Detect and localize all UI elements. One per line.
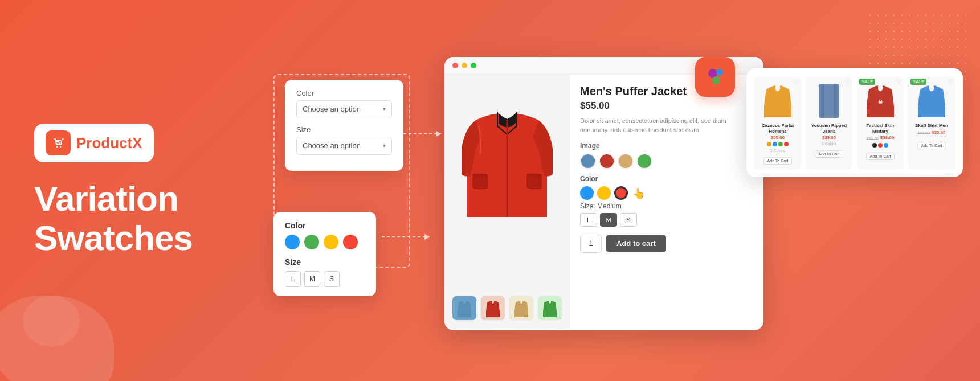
grid-swatch[interactable] <box>878 143 883 148</box>
dropdown-card: Color Choose an option ▾ Size Choose an … <box>285 80 403 171</box>
grid-atc-2[interactable]: Add To Cart <box>815 150 844 158</box>
product-grid: ♡ Cazacos Parka Homens $55.00 2 Colors A… <box>754 76 955 169</box>
add-to-cart-row: 1 Add to cart <box>580 235 753 253</box>
window-minimize-dot <box>462 63 467 68</box>
left-section: ProductX Variation Swatches <box>34 124 239 257</box>
size-S[interactable]: S <box>324 271 340 287</box>
swatch-card: Color Size L M S <box>273 212 376 296</box>
thumb-green[interactable] <box>537 296 562 321</box>
grid-swatch[interactable] <box>784 142 789 146</box>
wishlist-icon-2[interactable]: ♡ <box>845 79 850 85</box>
product-description: Dolor sit amet, consectetuer adipiscing … <box>580 116 753 135</box>
svg-point-1 <box>56 146 58 148</box>
product-image-col <box>444 75 570 329</box>
hero-title-line1: Variation <box>34 179 239 218</box>
svg-text:☠: ☠ <box>878 99 883 105</box>
product-color-yellow[interactable] <box>597 186 611 200</box>
size-S-btn[interactable]: S <box>620 213 637 227</box>
color-swatch-row: 👆 <box>580 186 753 200</box>
svg-marker-12 <box>713 142 721 151</box>
hero-title: Variation Swatches <box>34 179 239 257</box>
size-select-value: Choose an option <box>303 141 361 150</box>
logo-brand-normal: Product <box>76 134 132 151</box>
chevron-down-icon-2: ▾ <box>383 142 386 149</box>
window-close-dot <box>452 63 458 68</box>
grid-swatch[interactable] <box>884 143 888 148</box>
logo-brand-accent: X <box>132 134 142 151</box>
grid-item-2: ♡ Yosusen Ripped Jeans $29.00 2 Colors A… <box>806 76 852 169</box>
grid-item-image-4 <box>914 81 949 121</box>
product-card: Men's Puffer Jacket $55.00 Dolor sit ame… <box>444 57 763 330</box>
grid-item-name-2: Yosusen Ripped Jeans <box>809 123 849 134</box>
svg-point-10 <box>712 76 720 84</box>
img-swatch-blue[interactable] <box>580 153 596 169</box>
grid-swatch[interactable] <box>872 143 877 148</box>
grid-item-name-3: Tactical Skin Military <box>860 123 900 134</box>
svg-rect-15 <box>834 84 837 118</box>
grid-atc-4[interactable]: Add To Cart <box>917 142 946 149</box>
grid-item-price-3: $38.00 <box>880 135 894 140</box>
grid-atc-1[interactable]: Add To Cart <box>763 157 793 165</box>
grid-item-1: ♡ Cazacos Parka Homens $55.00 2 Colors A… <box>754 76 801 169</box>
color-attr-label: Color <box>580 175 753 183</box>
quantity-input[interactable]: 1 <box>580 235 602 253</box>
color-select[interactable]: Choose an option ▾ <box>296 100 392 118</box>
product-grid-card: ♡ Cazacos Parka Homens $55.00 2 Colors A… <box>746 68 963 177</box>
size-attr-label: Size: Medium <box>580 202 753 210</box>
grid-item-old-price-3: $58.00 <box>867 137 879 141</box>
wishlist-icon-1[interactable]: ♡ <box>794 79 799 85</box>
grid-item-image-3: ☠ <box>863 81 897 121</box>
size-select[interactable]: Choose an option ▾ <box>296 137 392 155</box>
svg-point-2 <box>60 146 61 148</box>
color-select-value: Choose an option <box>303 105 361 113</box>
grid-item-name-4: Skull Shirt Men <box>912 123 952 129</box>
grid-item-old-price-4: $58.00 <box>918 131 930 135</box>
thumb-red[interactable] <box>480 296 505 321</box>
color-dropdown-label: Color <box>296 89 392 97</box>
image-swatches <box>580 153 753 169</box>
add-to-cart-button[interactable]: Add to cart <box>606 235 666 252</box>
grid-item-swatches-1 <box>758 142 798 146</box>
color-swatches-row <box>285 235 365 249</box>
jacket-main-image <box>459 86 556 223</box>
hero-title-line2: Swatches <box>34 219 239 257</box>
logo-box: ProductX <box>34 124 154 162</box>
img-swatch-tan[interactable] <box>618 153 634 169</box>
color-swatch-green[interactable] <box>304 235 319 249</box>
svg-rect-14 <box>821 84 824 118</box>
grid-item-price-4: $35.95 <box>932 130 945 135</box>
size-M[interactable]: M <box>304 271 320 287</box>
color-swatch-yellow[interactable] <box>324 235 338 249</box>
grid-atc-3[interactable]: Add To Cart <box>866 153 895 160</box>
size-L[interactable]: L <box>285 271 301 287</box>
color-swatch-red[interactable] <box>343 235 358 249</box>
grid-swatch[interactable] <box>778 142 783 146</box>
img-swatch-green[interactable] <box>636 153 652 169</box>
thumb-tan[interactable] <box>509 296 534 321</box>
size-btn-row: L M S <box>580 213 753 227</box>
dashed-arrow-1 <box>393 125 444 145</box>
grid-item-name-1: Cazacos Parka Homens <box>758 123 798 134</box>
product-info-col: Men's Puffer Jacket $55.00 Dolor sit ame… <box>570 75 763 329</box>
plugin-icon <box>695 57 735 97</box>
grid-item-image-2 <box>812 81 846 121</box>
thumb-blue[interactable] <box>452 296 477 321</box>
plugin-arrow <box>708 100 725 159</box>
size-M-btn[interactable]: M <box>600 213 617 227</box>
product-color-red[interactable] <box>614 186 628 200</box>
grid-item-4: SALE ♡ Skull Shirt Men $58.00 $35.95 Add… <box>908 76 955 169</box>
product-color-blue[interactable] <box>580 186 594 200</box>
sale-badge-4: SALE <box>910 79 926 85</box>
wishlist-icon-3[interactable]: ♡ <box>896 79 901 85</box>
cursor-hand-icon: 👆 <box>632 187 645 200</box>
window-maximize-dot <box>471 63 476 68</box>
wishlist-icon-4[interactable]: ♡ <box>948 79 953 85</box>
grid-swatch[interactable] <box>773 142 777 146</box>
size-dropdown-label: Size <box>296 125 392 134</box>
grid-item-3: SALE ♡ ☠ Tactical Skin Military $58.00 $… <box>857 76 904 169</box>
size-L-btn[interactable]: L <box>580 213 597 227</box>
grid-swatch[interactable] <box>767 142 771 146</box>
img-swatch-red[interactable] <box>599 153 615 169</box>
color-swatch-blue[interactable] <box>285 235 300 249</box>
size-swatches-row: L M S <box>285 271 365 287</box>
